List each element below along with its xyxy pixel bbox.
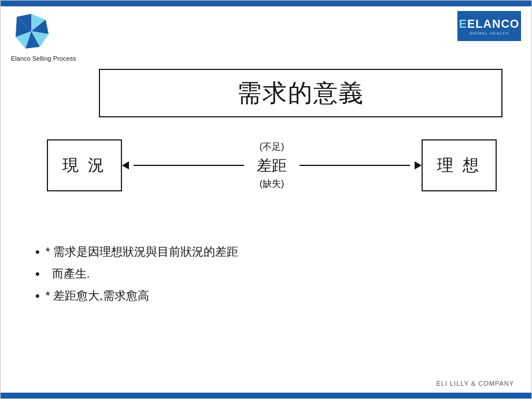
bottom-bar <box>1 393 531 398</box>
slide-title: 需求的意義 <box>106 77 496 109</box>
current-state-box: 現 況 <box>47 139 122 191</box>
bullet-dot-3: • <box>35 289 40 304</box>
pinwheel-logo <box>11 11 51 51</box>
bullet-dot-2: • <box>35 267 40 282</box>
list-item: • * 差距愈大,需求愈高 <box>35 287 497 304</box>
slide: EELANCO ANIMAL HEALTH Elanco Selling Pro… <box>0 0 532 399</box>
bullet-text-2: 而產生. <box>46 265 90 282</box>
arrow-head-left <box>122 161 129 169</box>
arrow-label-center: 差距 <box>249 156 295 176</box>
bullet-dot-1: • <box>35 245 40 260</box>
bullets: • * 需求是因理想狀況與目前狀況的差距 • 而產生. • * 差距愈大,需求愈… <box>35 243 497 309</box>
arrow-head-right <box>415 161 422 169</box>
diagram: 現 況 (不足) 差距 (缺失) 理 想 <box>47 139 497 191</box>
elanco-logo-text: EELANCO <box>459 17 520 31</box>
elanco-sub-text: ANIMAL HEALTH <box>470 31 509 35</box>
bullet-text-3: * 差距愈大,需求愈高 <box>46 287 149 304</box>
footer-label: ELI LILLY & COMPANY <box>436 380 514 387</box>
title-box: 需求的意義 <box>99 69 503 117</box>
selling-process-label: Elanco Selling Process <box>11 55 76 62</box>
arrow-row: 差距 <box>122 156 422 176</box>
elanco-logo: EELANCO ANIMAL HEALTH <box>457 11 521 41</box>
arrow-label-bottom: (缺失) <box>260 178 285 190</box>
arrow-area: (不足) 差距 (缺失) <box>122 141 422 190</box>
ideal-state-box: 理 想 <box>422 139 497 191</box>
bullet-text-1: * 需求是因理想狀況與目前狀況的差距 <box>46 243 238 260</box>
arrow-shaft-right <box>300 165 410 166</box>
list-item: • 而產生. <box>35 265 497 282</box>
arrow-shaft-left <box>134 165 244 166</box>
top-bar <box>1 1 531 6</box>
arrow-label-top: (不足) <box>260 141 285 153</box>
list-item: • * 需求是因理想狀況與目前狀況的差距 <box>35 243 497 260</box>
